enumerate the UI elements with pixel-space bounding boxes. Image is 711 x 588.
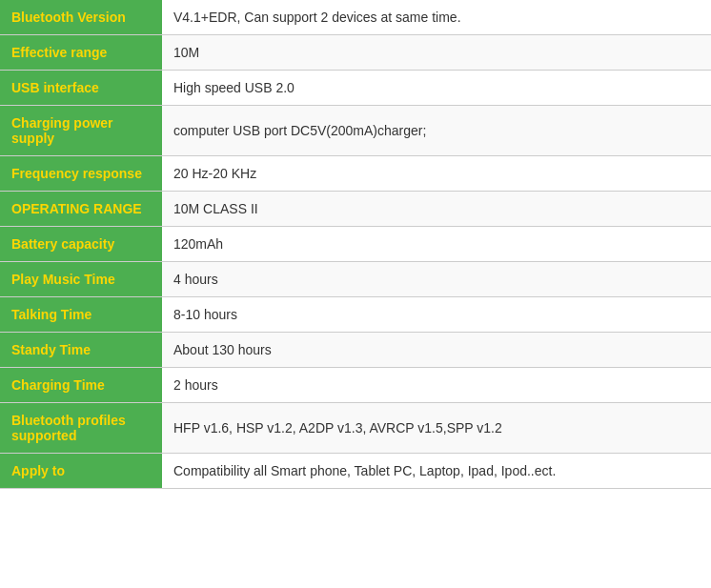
spec-value: 8-10 hours (162, 297, 711, 333)
table-row: Charging Time2 hours (0, 368, 711, 403)
spec-label: Battery capacity (0, 227, 162, 262)
spec-label: Charging Time (0, 368, 162, 403)
spec-label: Standy Time (0, 333, 162, 368)
spec-value: High speed USB 2.0 (162, 71, 711, 106)
table-row: USB interfaceHigh speed USB 2.0 (0, 71, 711, 106)
table-row: Battery capacity120mAh (0, 227, 711, 262)
spec-label: Effective range (0, 35, 162, 71)
spec-value: HFP v1.6, HSP v1.2, A2DP v1.3, AVRCP v1.… (162, 403, 711, 454)
table-row: Effective range10M (0, 35, 711, 71)
spec-label: Frequency response (0, 156, 162, 192)
spec-value: computer USB port DC5V(200mA)charger; (162, 106, 711, 156)
spec-label: Bluetooth Version (0, 0, 162, 35)
spec-value: 4 hours (162, 262, 711, 297)
spec-label: Charging power supply (0, 106, 162, 156)
spec-value: 120mAh (162, 227, 711, 262)
table-row: Play Music Time4 hours (0, 262, 711, 297)
spec-value: 10M (162, 35, 711, 71)
spec-label: USB interface (0, 71, 162, 106)
spec-label: Apply to (0, 454, 162, 489)
table-row: Apply toCompatibility all Smart phone, T… (0, 454, 711, 489)
spec-label: Play Music Time (0, 262, 162, 297)
spec-value: Compatibility all Smart phone, Tablet PC… (162, 454, 711, 489)
table-row: Bluetooth profiles supportedHFP v1.6, HS… (0, 403, 711, 454)
spec-value: 20 Hz-20 KHz (162, 156, 711, 192)
spec-label: Talking Time (0, 297, 162, 333)
table-row: Standy TimeAbout 130 hours (0, 333, 711, 368)
spec-value: About 130 hours (162, 333, 711, 368)
table-row: Frequency response20 Hz-20 KHz (0, 156, 711, 192)
spec-label: Bluetooth profiles supported (0, 403, 162, 454)
spec-table: Bluetooth VersionV4.1+EDR, Can support 2… (0, 0, 711, 489)
spec-value: 10M CLASS II (162, 192, 711, 227)
table-row: Charging power supplycomputer USB port D… (0, 106, 711, 156)
spec-value: 2 hours (162, 368, 711, 403)
spec-value: V4.1+EDR, Can support 2 devices at same … (162, 0, 711, 35)
table-row: OPERATING RANGE10M CLASS II (0, 192, 711, 227)
table-row: Bluetooth VersionV4.1+EDR, Can support 2… (0, 0, 711, 35)
spec-label: OPERATING RANGE (0, 192, 162, 227)
table-row: Talking Time8-10 hours (0, 297, 711, 333)
